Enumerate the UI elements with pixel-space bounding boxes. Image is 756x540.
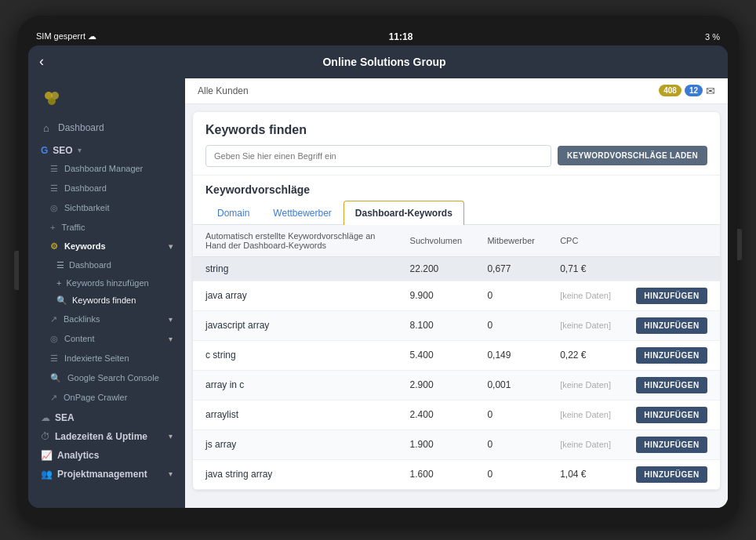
cell-cpc: 0,71 € <box>547 256 623 281</box>
sidebar-section-projektmanagement[interactable]: 👥 Projektmanagement ▾ <box>28 464 185 483</box>
cell-cpc: [keine Daten] <box>547 281 623 310</box>
add-keyword-button[interactable]: HINZUFÜGEN <box>636 407 707 423</box>
top-header: ‹ Online Solutions Group <box>28 45 728 78</box>
tablet-frame: SIM gesperrt ☁ 11:18 3 % ‹ Online Soluti… <box>17 16 739 525</box>
mail-icon[interactable]: ✉ <box>706 85 715 97</box>
add-keyword-button[interactable]: HINZUFÜGEN <box>636 377 707 393</box>
add-keyword-button[interactable]: HINZUFÜGEN <box>636 317 707 334</box>
sidebar-section-ladezeiten[interactable]: ⏱ Ladezeiten & Uptime ▾ <box>28 426 185 445</box>
tab-domain[interactable]: Domain <box>205 201 261 225</box>
sidebar-item-crawler[interactable]: ↗ OnPage Crawler <box>28 388 185 408</box>
logo-icon <box>41 88 63 110</box>
sidebar-section-sea[interactable]: ☁ SEA <box>28 408 185 426</box>
sidebar-item-traffic[interactable]: + Traffic <box>28 218 185 237</box>
no-data-label: [keine Daten] <box>560 321 611 330</box>
add-keyword-button[interactable]: HINZUFÜGEN <box>636 437 707 453</box>
cell-keyword: c string <box>193 340 398 370</box>
sidebar-item-keywords[interactable]: ⚙ Keywords ▾ <box>28 237 185 256</box>
main-panel: Alle Kunden 408 12 ✉ Keywords finden <box>185 78 728 508</box>
cell-action <box>623 256 720 281</box>
table-row: c string5.4000,1490,22 €HINZUFÜGEN <box>193 340 720 370</box>
sidebar-item-kw-add[interactable]: + Keywords hinzufügen <box>28 274 185 292</box>
cell-competitor: 0,149 <box>474 340 547 370</box>
table-header-cpc: CPC <box>547 225 623 257</box>
cell-competitor: 0 <box>474 459 547 489</box>
cell-volume: 2.900 <box>398 370 475 400</box>
indexed-label: Indexierte Seiten <box>64 353 129 363</box>
table-header-desc: Automatisch erstellte Keywordvorschläge … <box>193 225 398 257</box>
cell-keyword: javascript array <box>193 310 398 340</box>
add-keyword-button[interactable]: HINZUFÜGEN <box>636 288 707 304</box>
ladezeiten-icon: ⏱ <box>41 431 50 442</box>
tab-dashboard-keywords[interactable]: Dashboard-Keywords <box>343 201 464 225</box>
backlinks-label: Backlinks <box>64 314 100 324</box>
status-time: 11:18 <box>389 31 413 42</box>
cell-cpc: [keine Daten] <box>547 310 623 340</box>
sidebar-section-seo[interactable]: G SEO ▾ <box>28 140 185 159</box>
sidebar-item-dashboard-manager[interactable]: ☰ Dashboard Manager <box>28 159 185 179</box>
seo-chevron-icon: ▾ <box>78 146 82 154</box>
backlinks-icon: ↗ <box>50 314 57 324</box>
no-data-label: [keine Daten] <box>560 291 611 300</box>
sidebar-item-content[interactable]: ◎ Content ▾ <box>28 329 185 349</box>
status-left: SIM gesperrt ☁ <box>36 31 96 42</box>
cell-volume: 1.600 <box>398 459 475 489</box>
add-keyword-button[interactable]: HINZUFÜGEN <box>636 347 707 364</box>
cell-action: HINZUFÜGEN <box>623 459 720 489</box>
cell-keyword: array in c <box>193 370 398 400</box>
sidebar-item-indexed[interactable]: ☰ Indexierte Seiten <box>28 349 185 368</box>
add-keyword-button[interactable]: HINZUFÜGEN <box>636 466 707 483</box>
badge-group: 408 12 ✉ <box>659 85 715 97</box>
traffic-label: Traffic <box>61 223 85 232</box>
sidebar-item-kw-find[interactable]: 🔍 Keywords finden <box>28 292 185 310</box>
back-button[interactable]: ‹ <box>39 53 44 70</box>
sidebar-item-dashboard[interactable]: ⌂ Dashboard <box>28 116 185 140</box>
side-button-right <box>737 229 742 260</box>
cell-action: HINZUFÜGEN <box>623 400 720 429</box>
sidebar-item-backlinks[interactable]: ↗ Backlinks ▾ <box>28 310 185 329</box>
projektmanagement-chevron-icon: ▾ <box>169 469 173 478</box>
cell-cpc: [keine Daten] <box>547 429 623 459</box>
table-row: arraylist2.4000[keine Daten]HINZUFÜGEN <box>193 400 720 429</box>
cell-volume: 9.900 <box>398 281 475 310</box>
cell-competitor: 0 <box>474 310 547 340</box>
cell-keyword: java array <box>193 281 398 310</box>
ladezeiten-label: Ladezeiten & Uptime <box>55 431 147 442</box>
no-data-label: [keine Daten] <box>560 380 611 390</box>
traffic-icon: + <box>50 223 55 232</box>
google-icon: G <box>41 145 48 156</box>
seo-dashboard-icon: ☰ <box>50 183 58 194</box>
dashboard-manager-icon: ☰ <box>50 164 58 174</box>
load-keywords-button[interactable]: KEYWORDVORSCHLÄGE LADEN <box>558 146 707 165</box>
side-button-left <box>14 251 19 290</box>
cell-keyword: java string array <box>193 459 398 489</box>
sidebar-section-analytics[interactable]: 📈 Analytics <box>28 445 185 464</box>
sidebar-item-seo-dashboard[interactable]: ☰ Dashboard <box>28 179 185 198</box>
cell-action: HINZUFÜGEN <box>623 340 720 370</box>
table-row: java array9.9000[keine Daten]HINZUFÜGEN <box>193 281 720 310</box>
cell-volume: 5.400 <box>398 340 475 370</box>
cell-cpc: [keine Daten] <box>547 370 623 400</box>
main-content: Keywords finden KEYWORDVORSCHLÄGE LADEN … <box>185 104 728 508</box>
cell-volume: 1.900 <box>398 429 475 459</box>
sidebar-item-kw-dashboard[interactable]: ☰ Dashboard <box>28 256 185 274</box>
no-data-label: [keine Daten] <box>560 410 611 419</box>
cell-action: HINZUFÜGEN <box>623 310 720 340</box>
card-title: Keywords finden <box>205 123 707 137</box>
projektmanagement-icon: 👥 <box>41 469 53 480</box>
status-battery: 3 % <box>705 32 720 42</box>
card-header: Keywords finden KEYWORDVORSCHLÄGE LADEN <box>193 112 720 176</box>
tab-wettbewerber[interactable]: Wettbewerber <box>261 201 343 225</box>
sidebar-item-sichtbarkeit[interactable]: ◎ Sichtbarkeit <box>28 198 185 218</box>
sidebar-item-gsc[interactable]: 🔍 Google Search Console <box>28 368 185 388</box>
search-row: KEYWORDVORSCHLÄGE LADEN <box>205 145 707 167</box>
status-bar: SIM gesperrt ☁ 11:18 3 % <box>28 30 728 45</box>
sichtbarkeit-label: Sichtbarkeit <box>64 203 109 212</box>
cell-keyword: string <box>193 256 398 281</box>
cell-competitor: 0 <box>474 429 547 459</box>
keywords-icon: ⚙ <box>50 241 58 252</box>
keyword-search-input[interactable] <box>205 145 551 167</box>
cell-action: HINZUFÜGEN <box>623 429 720 459</box>
cell-keyword: arraylist <box>193 400 398 429</box>
analytics-icon: 📈 <box>41 450 53 461</box>
